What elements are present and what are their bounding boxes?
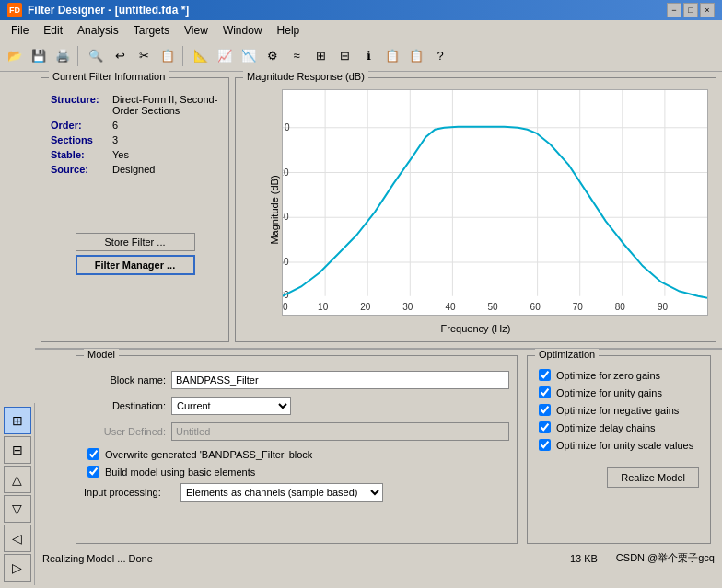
build-row: Build model using basic elements <box>87 466 509 478</box>
status-text-left: Realizing Model ... Done <box>42 553 153 564</box>
chart-panel: Magnitude Response (dB) Magnitude (dB) <box>235 77 716 342</box>
tb-info[interactable]: ℹ <box>357 45 379 67</box>
opt-row-3: Optimize delay chains <box>539 421 699 433</box>
title-bar-text: Filter Designer - [untitled.fda *] <box>28 4 667 17</box>
tb-paste[interactable]: 📋 <box>157 45 179 67</box>
close-button[interactable]: × <box>700 3 715 17</box>
user-defined-input <box>171 422 509 441</box>
status-size: 13 KB <box>570 553 598 564</box>
overwrite-checkbox[interactable] <box>87 448 99 460</box>
app-icon: FD <box>7 3 22 17</box>
tb-help[interactable]: ? <box>429 45 451 67</box>
status-text-right: CSDN @举个栗子gcq <box>616 551 715 565</box>
sections-value: 3 <box>111 133 221 146</box>
top-section: Current Filter Information Structure: Di… <box>35 72 722 348</box>
menu-file[interactable]: File <box>4 20 36 40</box>
menu-window[interactable]: Window <box>215 20 270 40</box>
overwrite-label: Overwrite generated 'BANDPASS_Filter' bl… <box>105 449 312 460</box>
side-btn-3[interactable]: △ <box>4 466 31 493</box>
source-value: Designed <box>111 163 221 176</box>
tb-design[interactable]: 📐 <box>190 45 212 67</box>
user-defined-row: User Defined: <box>84 422 509 441</box>
input-proc-select[interactable]: Elements as channels (sample based) <box>180 483 383 502</box>
opt-checkbox-3[interactable] <box>539 421 551 433</box>
svg-text:0: 0 <box>285 122 290 133</box>
opt-label-1: Optimize for unity gains <box>556 387 662 398</box>
svg-text:80: 80 <box>615 302 626 312</box>
tb-undo[interactable]: ↩ <box>109 45 131 67</box>
menu-view[interactable]: View <box>177 20 215 40</box>
tb-print[interactable]: 🖨️ <box>52 45 74 67</box>
opt-label-4: Optimize for unity scale values <box>556 440 693 451</box>
chart-legend: Magnitude Response (dB) <box>243 71 368 82</box>
maximize-button[interactable]: □ <box>683 3 698 17</box>
input-proc-label: Input processing: <box>84 487 180 498</box>
chart-svg: 0 -20 -40 -60 -80 0 10 20 30 40 50 60 70 <box>283 90 707 315</box>
destination-row: Destination: Current <box>84 397 509 415</box>
side-btn-4[interactable]: ▽ <box>4 495 31 523</box>
tb-copy1[interactable]: 📋 <box>381 45 403 67</box>
optimization-options: Optimize for zero gains Optimize for uni… <box>539 369 699 451</box>
tb-mag[interactable]: 📈 <box>214 45 236 67</box>
filter-info-row-order: Order: 6 <box>49 119 221 132</box>
svg-text:90: 90 <box>658 302 669 312</box>
filter-info-panel: Current Filter Information Structure: Di… <box>41 77 229 342</box>
opt-label-3: Optimize delay chains <box>556 422 656 433</box>
x-axis-label: Frequency (Hz) <box>236 323 716 334</box>
tb-new[interactable]: 📂 <box>4 45 26 67</box>
tb-settings[interactable]: ⚙ <box>262 45 284 67</box>
opt-row-4: Optimize for unity scale values <box>539 439 699 451</box>
tb-remove[interactable]: ⊟ <box>333 45 355 67</box>
opt-checkbox-4[interactable] <box>539 439 551 451</box>
model-legend: Model <box>84 349 119 360</box>
tb-zoom[interactable]: 🔍 <box>85 45 107 67</box>
svg-text:40: 40 <box>445 302 456 312</box>
tb-approx[interactable]: ≈ <box>285 45 308 67</box>
overwrite-row: Overwrite generated 'BANDPASS_Filter' bl… <box>87 448 509 460</box>
tb-cut[interactable]: ✂ <box>133 45 155 67</box>
filter-info-row-sections: Sections 3 <box>49 133 221 146</box>
menu-edit[interactable]: Edit <box>36 20 70 40</box>
tb-copy2[interactable]: 📋 <box>405 45 427 67</box>
opt-row-0: Optimize for zero gains <box>539 369 699 381</box>
tb-sep-2 <box>182 46 186 66</box>
filter-manager-button[interactable]: Filter Manager ... <box>76 255 195 275</box>
menu-targets[interactable]: Targets <box>126 20 177 40</box>
side-btn-2[interactable]: ⊟ <box>4 436 31 464</box>
block-name-label: Block name: <box>84 375 171 386</box>
stable-label: Stable: <box>49 148 109 161</box>
y-axis-label: Magnitude (dB) <box>269 175 280 244</box>
sections-label: Sections <box>49 133 109 146</box>
tb-save[interactable]: 💾 <box>28 45 50 67</box>
side-btn-5[interactable]: ◁ <box>4 525 31 552</box>
opt-checkbox-0[interactable] <box>539 369 551 381</box>
filter-info-row-stable: Stable: Yes <box>49 148 221 161</box>
stable-value: Yes <box>111 148 221 161</box>
destination-select[interactable]: Current <box>171 397 291 415</box>
model-group: Model Block name: Destination: Current U… <box>76 355 518 544</box>
svg-text:-40: -40 <box>283 212 289 222</box>
realize-model-button[interactable]: Realize Model <box>607 467 699 488</box>
menu-analysis[interactable]: Analysis <box>70 20 126 40</box>
svg-text:10: 10 <box>318 302 329 312</box>
svg-text:-20: -20 <box>283 167 289 177</box>
build-checkbox[interactable] <box>87 466 99 478</box>
filter-info-body: Structure: Direct-Form II, Second-Order … <box>47 91 223 178</box>
block-name-input[interactable] <box>171 371 509 389</box>
side-btn-6[interactable]: ▷ <box>4 554 31 582</box>
svg-text:-60: -60 <box>283 257 289 267</box>
tb-phase[interactable]: 📉 <box>238 45 260 67</box>
minimize-button[interactable]: − <box>667 3 681 17</box>
store-filter-button[interactable]: Store Filter ... <box>76 233 195 251</box>
opt-checkbox-1[interactable] <box>539 386 551 398</box>
order-value: 6 <box>111 119 221 132</box>
tb-add[interactable]: ⊞ <box>309 45 332 67</box>
opt-checkbox-2[interactable] <box>539 404 551 416</box>
chart-inner: 0 -20 -40 -60 -80 0 10 20 30 40 50 60 70 <box>282 89 708 316</box>
optimization-group: Optimization Optimize for zero gains Opt… <box>527 355 711 544</box>
opt-row-1: Optimize for unity gains <box>539 386 699 398</box>
structure-label: Structure: <box>49 93 109 117</box>
side-btn-1[interactable]: ⊞ <box>4 407 31 434</box>
menu-help[interactable]: Help <box>270 20 308 40</box>
svg-text:20: 20 <box>360 302 371 312</box>
